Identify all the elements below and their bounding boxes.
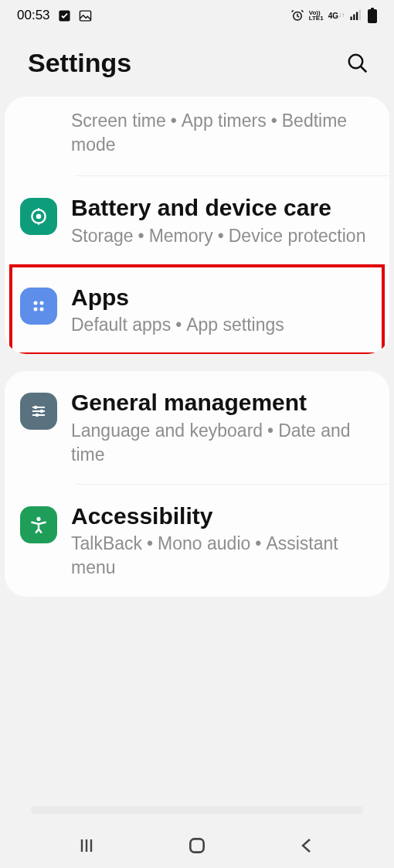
header: Settings (0, 31, 394, 97)
svg-point-16 (34, 406, 37, 409)
svg-point-17 (40, 410, 43, 413)
separator-dot: • (263, 420, 278, 441)
settings-row-digital-wellbeing[interactable]: Screen time•App timers•Bedtime mode (5, 97, 389, 175)
svg-rect-7 (368, 9, 377, 23)
sub-part: Language and keyboard (71, 420, 263, 441)
sub-part: App timers (182, 111, 267, 131)
separator-dot: • (142, 533, 158, 553)
row-text: Screen time•App timers•Bedtime mode (71, 107, 374, 157)
settings-row-battery-device-care[interactable]: Battery and device care Storage•Memory•D… (5, 176, 389, 265)
sub-part: Storage (71, 226, 134, 246)
row-text: Accessibility TalkBack•Mono audio•Assist… (71, 502, 374, 580)
sub-part: Memory (149, 226, 213, 246)
svg-point-18 (36, 414, 39, 417)
settings-row-general-management[interactable]: General management Language and keyboard… (5, 371, 389, 484)
apps-icon (20, 288, 57, 325)
status-right: Vo))LTE1 4G↓↑ (290, 8, 377, 23)
settings-card-2: General management Language and keyboard… (5, 371, 389, 597)
row-subtitle: TalkBack•Mono audio•Assistant menu (71, 532, 374, 580)
sub-part: TalkBack (71, 533, 142, 553)
image-icon (79, 9, 92, 22)
sub-part: App settings (186, 315, 284, 335)
search-button[interactable] (345, 50, 371, 77)
row-subtitle: Storage•Memory•Device protection (71, 224, 374, 248)
scroll-indicator (31, 806, 363, 814)
volte-icon: Vo))LTE1 (309, 10, 324, 21)
row-title: General management (71, 388, 374, 417)
row-title: Battery and device care (71, 193, 374, 223)
page-title: Settings (28, 48, 131, 78)
sub-part: Device protection (229, 226, 366, 246)
separator-dot: • (171, 315, 186, 335)
nav-back-button[interactable] (292, 830, 323, 861)
svg-point-19 (36, 517, 40, 521)
svg-point-15 (40, 307, 44, 311)
svg-point-13 (40, 301, 44, 305)
device-care-icon (20, 198, 57, 235)
general-management-icon (20, 393, 57, 430)
sub-part: Screen time (71, 111, 166, 131)
row-subtitle: Screen time•App timers•Bedtime mode (71, 109, 374, 157)
alarm-icon (290, 9, 304, 22)
separator-dot: • (213, 226, 229, 246)
status-bar: 00:53 Vo))LTE1 4G↓↑ (0, 0, 394, 31)
settings-row-accessibility[interactable]: Accessibility TalkBack•Mono audio•Assist… (5, 485, 389, 597)
row-text: Apps Default apps•App settings (71, 283, 374, 338)
row-subtitle: Language and keyboard•Date and time (71, 419, 374, 467)
svg-rect-6 (359, 10, 361, 21)
accessibility-icon (20, 506, 57, 543)
battery-icon (368, 8, 377, 23)
settings-card-1: Screen time•App timers•Bedtime mode Batt… (5, 97, 389, 354)
search-icon (346, 52, 369, 75)
status-time: 00:53 (17, 8, 50, 23)
svg-rect-4 (353, 15, 355, 21)
network-4g-icon: 4G↓↑ (328, 12, 345, 19)
svg-rect-1 (80, 11, 90, 21)
svg-point-9 (349, 54, 363, 68)
row-subtitle: Default apps•App settings (71, 313, 374, 337)
separator-dot: • (250, 533, 266, 553)
home-icon (187, 836, 207, 856)
svg-rect-5 (356, 12, 358, 21)
separator-dot: • (166, 111, 182, 131)
settings-row-apps[interactable]: Apps Default apps•App settings (5, 266, 389, 355)
navigation-bar (0, 823, 394, 868)
row-title: Accessibility (71, 502, 374, 531)
svg-rect-8 (371, 8, 374, 10)
svg-point-11 (36, 214, 42, 220)
nav-home-button[interactable] (182, 830, 212, 861)
recents-icon (77, 836, 96, 855)
svg-point-12 (34, 301, 38, 305)
sub-part: Default apps (71, 315, 171, 335)
separator-dot: • (267, 111, 282, 131)
checkbox-icon (58, 9, 71, 22)
nav-recents-button[interactable] (71, 830, 102, 861)
back-icon (298, 836, 317, 855)
separator-dot: • (134, 226, 149, 246)
svg-rect-20 (190, 839, 203, 852)
row-text: Battery and device care Storage•Memory•D… (71, 193, 374, 248)
row-text: General management Language and keyboard… (71, 388, 374, 467)
status-left: 00:53 (17, 8, 92, 23)
row-title: Apps (71, 283, 374, 312)
svg-point-14 (34, 307, 38, 311)
signal-icon (349, 9, 363, 22)
svg-rect-3 (351, 17, 352, 21)
sub-part: Mono audio (158, 533, 250, 553)
